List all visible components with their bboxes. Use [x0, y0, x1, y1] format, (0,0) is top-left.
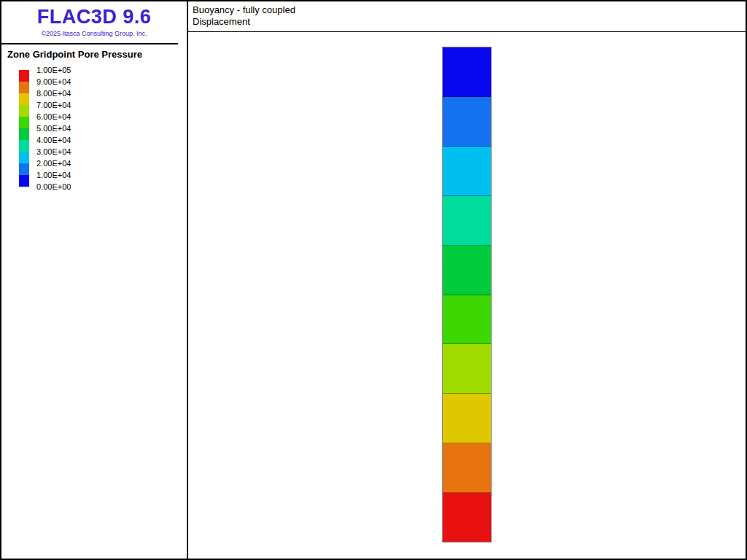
legend-value-label: 0.00E+00: [36, 181, 71, 192]
zone-block: [443, 295, 491, 345]
legend-color-chip: [19, 152, 29, 163]
app-title: FLAC3D 9.6: [1, 6, 187, 28]
legend-value-label: 4.00E+04: [36, 134, 71, 146]
legend-value-label: 7.00E+04: [36, 99, 71, 111]
zone-block: [443, 394, 491, 443]
plot-view: Buoyancy - fully coupled Displacement: [188, 1, 746, 559]
legend-value-label: 9.00E+04: [36, 76, 71, 88]
legend-color-chip: [19, 117, 29, 128]
legend-body: 1.00E+059.00E+048.00E+047.00E+046.00E+04…: [7, 64, 187, 192]
legend-value-label: 2.00E+04: [36, 158, 71, 169]
plot-header: Buoyancy - fully coupled Displacement: [188, 1, 746, 32]
legend-value-labels: 1.00E+059.00E+048.00E+047.00E+046.00E+04…: [36, 64, 71, 192]
copyright-text: ©2025 Itasca Consulting Group, Inc.: [1, 30, 187, 37]
flac3d-window: FLAC3D 9.6 ©2025 Itasca Consulting Group…: [0, 0, 747, 560]
zone-block: [443, 246, 491, 295]
zone-block: [443, 97, 491, 147]
legend-color-chip: [19, 105, 29, 117]
legend-color-chip: [19, 140, 29, 152]
zone-block: [443, 493, 491, 542]
legend-value-label: 1.00E+05: [36, 64, 71, 76]
legend-value-label: 6.00E+04: [36, 111, 71, 122]
zone-block: [443, 443, 491, 493]
zone-block: [443, 47, 491, 97]
model-column: [442, 47, 492, 542]
zone-block: [443, 344, 491, 394]
legend-value-label: 1.00E+04: [36, 169, 71, 181]
legend-value-label: 8.00E+04: [36, 88, 71, 99]
zone-block: [443, 196, 491, 246]
legend-value-label: 5.00E+04: [36, 122, 71, 134]
sidebar: FLAC3D 9.6 ©2025 Itasca Consulting Group…: [1, 1, 188, 559]
plot-canvas[interactable]: [188, 32, 746, 559]
zone-block: [443, 147, 491, 196]
brand-block: FLAC3D 9.6 ©2025 Itasca Consulting Group…: [1, 1, 187, 37]
legend-value-label: 3.00E+04: [36, 146, 71, 158]
legend-color-chip: [19, 175, 29, 187]
legend-title: Zone Gridpoint Pore Pressure: [7, 49, 187, 60]
legend-panel: Zone Gridpoint Pore Pressure 1.00E+059.0…: [1, 44, 187, 192]
legend-color-chip: [19, 70, 29, 82]
plot-title: Buoyancy - fully coupled: [193, 4, 741, 16]
legend-colorbar: [19, 70, 29, 187]
legend-color-chip: [19, 93, 29, 105]
plot-subtitle: Displacement: [193, 16, 741, 28]
legend-color-chip: [19, 163, 29, 175]
legend-color-chip: [19, 82, 29, 93]
legend-color-chip: [19, 128, 29, 140]
